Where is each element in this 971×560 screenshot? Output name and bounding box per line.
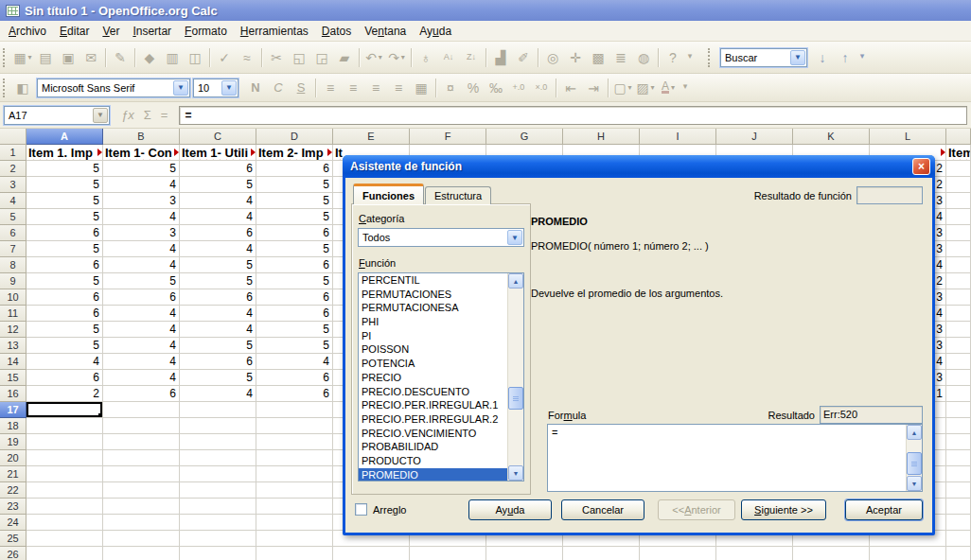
cell-L26[interactable] — [870, 547, 946, 560]
chevron-down-icon[interactable]: ▼ — [173, 80, 188, 96]
row-header-14[interactable]: 14 — [0, 354, 26, 370]
cell-C13[interactable]: 5 — [180, 338, 256, 354]
menu-ver[interactable]: Ver — [96, 22, 126, 41]
cell-D7[interactable]: 5 — [256, 241, 333, 257]
row-header-22[interactable]: 22 — [0, 482, 26, 499]
print-button[interactable]: ▥ — [161, 47, 184, 68]
dropdown-arrow-icon[interactable]: ▾ — [28, 53, 32, 61]
cell-D25[interactable] — [256, 531, 333, 547]
row-header-21[interactable]: 21 — [0, 466, 26, 482]
cell-D11[interactable]: 6 — [256, 306, 333, 322]
cell-B24[interactable] — [103, 515, 180, 531]
cell-A4[interactable]: 5 — [26, 193, 103, 209]
row-header-26[interactable]: 26 — [0, 547, 26, 560]
function-list-item[interactable]: PERMUTACIONESA — [359, 301, 507, 315]
currency-format-button[interactable]: ¤ — [439, 78, 462, 98]
cell-B22[interactable] — [103, 482, 180, 499]
decrease-indent-button[interactable]: ⇤ — [559, 78, 582, 98]
row-header-10[interactable]: 10 — [0, 289, 26, 306]
help-button[interactable]: ? — [662, 47, 684, 68]
column-header-M[interactable] — [946, 129, 971, 145]
cell-D2[interactable]: 6 — [256, 161, 333, 177]
cell-A8[interactable]: 6 — [26, 257, 103, 273]
column-header-J[interactable]: J — [716, 129, 793, 145]
menu-insertar[interactable]: Insertar — [126, 22, 178, 41]
row-header-11[interactable]: 11 — [0, 306, 26, 322]
cell-A5[interactable]: 5 — [26, 209, 103, 225]
column-header-B[interactable]: B — [103, 129, 180, 145]
paste-button[interactable]: ◲ — [310, 47, 333, 68]
dropdown-arrow-icon[interactable]: ▾ — [628, 83, 632, 92]
cell-A26[interactable] — [26, 547, 103, 560]
find-up-button[interactable]: ↑ — [834, 47, 856, 68]
menu-datos[interactable]: Datos — [315, 22, 358, 41]
cell-D19[interactable] — [256, 434, 333, 450]
cell-B16[interactable]: 6 — [103, 386, 180, 402]
cell-M16[interactable] — [946, 386, 971, 402]
cell-C11[interactable]: 4 — [180, 306, 256, 322]
dropdown-arrow-icon[interactable]: ▾ — [379, 53, 382, 61]
cell-M25[interactable] — [946, 531, 971, 547]
cell-M6[interactable] — [946, 225, 971, 241]
find-input[interactable]: Buscar ▼ — [720, 48, 807, 67]
cell-A22[interactable] — [26, 482, 103, 499]
column-header-F[interactable]: F — [410, 129, 486, 145]
export-pdf-button[interactable]: ◆ — [138, 47, 161, 68]
row-header-2[interactable]: 2 — [0, 161, 26, 177]
cell-D3[interactable]: 5 — [256, 177, 333, 193]
autospellcheck-button[interactable]: ≈ — [236, 47, 258, 68]
function-list-item[interactable]: PROBABILIDAD — [359, 440, 507, 454]
page-preview-button[interactable]: ◫ — [184, 47, 206, 68]
formula-input[interactable]: = — [179, 106, 967, 125]
chevron-down-icon[interactable]: ▼ — [221, 80, 237, 96]
cell-A2[interactable]: 5 — [26, 161, 103, 177]
dropdown-arrow-icon[interactable]: ▾ — [401, 53, 405, 61]
row-header-23[interactable]: 23 — [0, 499, 26, 515]
cell-A3[interactable]: 5 — [26, 177, 103, 193]
cell-D9[interactable]: 5 — [256, 273, 333, 289]
cell-D4[interactable]: 5 — [256, 193, 333, 209]
cell-A25[interactable] — [26, 531, 103, 547]
cell-D16[interactable]: 6 — [256, 386, 333, 402]
font-color-button[interactable]: A▾ — [657, 78, 680, 98]
formula-scrollbar[interactable]: ▲ ▼ — [906, 425, 922, 491]
cell-B2[interactable]: 5 — [103, 161, 180, 177]
cell-C9[interactable]: 5 — [180, 273, 256, 289]
column-header-K[interactable]: K — [793, 129, 870, 145]
cell-K26[interactable] — [793, 547, 870, 560]
cell-C17[interactable] — [180, 402, 256, 418]
toolbar-overflow-button[interactable]: ▾ — [680, 77, 691, 97]
cell-M17[interactable] — [946, 402, 971, 418]
data-sources-button[interactable]: ≣ — [609, 47, 632, 68]
cell-M1[interactable]: Item — [946, 145, 971, 161]
navigator-button[interactable]: ✛ — [564, 47, 587, 68]
row-header-3[interactable]: 3 — [0, 177, 26, 193]
cell-A11[interactable]: 6 — [26, 306, 103, 322]
cell-A1[interactable]: Item 1. Imp — [26, 145, 103, 161]
cell-D12[interactable]: 5 — [256, 322, 333, 338]
cell-A9[interactable]: 5 — [26, 273, 103, 289]
spellcheck-button[interactable]: ✓ — [213, 47, 236, 68]
cell-D23[interactable] — [256, 499, 333, 515]
add-decimal-button[interactable]: +.0 — [507, 78, 530, 98]
cell-E26[interactable] — [333, 547, 410, 560]
cell-B11[interactable]: 4 — [103, 306, 180, 322]
row-header-7[interactable]: 7 — [0, 241, 26, 257]
cell-C20[interactable] — [180, 450, 256, 466]
sort-descending-button[interactable]: Z↓ — [460, 47, 483, 68]
row-header-17[interactable]: 17 — [0, 402, 26, 418]
cell-I26[interactable] — [640, 547, 716, 560]
cell-D26[interactable] — [256, 547, 333, 560]
cell-D17[interactable] — [256, 402, 333, 418]
scrollbar-thumb[interactable] — [907, 452, 922, 475]
cell-B21[interactable] — [103, 466, 180, 482]
insert-chart-button[interactable]: ▟ — [489, 47, 512, 68]
cell-B7[interactable]: 4 — [103, 241, 180, 257]
cell-B12[interactable]: 4 — [103, 322, 180, 338]
cell-B3[interactable]: 4 — [103, 177, 180, 193]
cell-D22[interactable] — [256, 482, 333, 499]
cell-B18[interactable] — [103, 418, 180, 434]
cell-B17[interactable] — [103, 402, 180, 418]
row-header-15[interactable]: 15 — [0, 370, 26, 386]
cell-D1[interactable]: Item 2- Imp — [256, 145, 333, 161]
